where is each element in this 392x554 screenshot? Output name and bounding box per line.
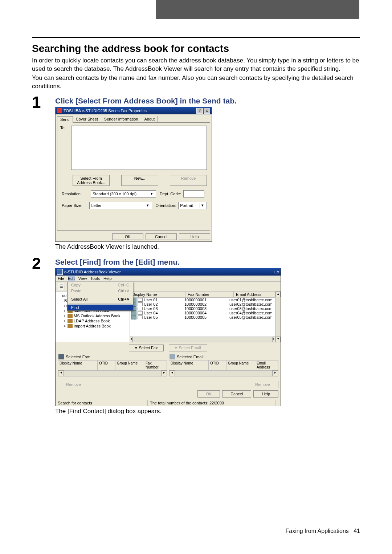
select-fax-button[interactable]: ▾ Select Fax [129,345,164,351]
cancel-button[interactable]: Cancel [222,390,251,398]
scroll-right-button[interactable]: ▸ [161,370,167,376]
contact-row[interactable]: User 011000000001user01@toshibatec.com [130,298,275,302]
remove-recipient-button[interactable]: Remove [170,175,207,186]
maximize-button[interactable]: □ [275,270,277,274]
status-left: Search for contacts [56,400,148,406]
close-titlebar-button[interactable]: x [204,108,210,114]
scroll-down-button[interactable]: ▾ [275,337,281,342]
page-heading: Searching the address book for contacts [32,43,360,54]
tree-outlook[interactable]: MS Outlook Address Book [74,314,120,318]
tab-sender-information[interactable]: Sender Information [101,116,142,122]
ok-button[interactable]: OK [112,233,143,240]
book-icon [68,324,73,328]
selected-fax-list[interactable]: Display Name OTID Group Name Fax Number … [58,360,167,376]
orientation-select[interactable]: Portrait ▾ [178,202,207,209]
tab-about[interactable]: About [141,116,158,122]
chevron-down-icon: ▾ [200,203,205,208]
menu-paste[interactable]: Paste Ctrl+V [68,288,133,294]
scroll-left-button[interactable]: ◂ [169,370,175,376]
app-icon [57,269,63,275]
contact-name: User 01 [144,298,158,302]
chevron-down-icon: ▾ [145,203,150,208]
selected-email-list[interactable]: Display Name OTID Group Name Email Addre… [169,360,278,376]
contact-name: User 03 [144,306,158,311]
help-button[interactable]: Help [253,390,278,398]
to-label: To: [60,126,71,130]
contact-fax: 1000000003 [182,306,228,311]
scroll-up-button[interactable]: ▴ [275,292,281,297]
menu-edit[interactable]: Edit [68,276,75,281]
fax-properties-dialog: TOSHIBA e-STUDIO205 Series Fax Propertie… [55,107,212,242]
close-button[interactable]: x [277,270,279,274]
horizontal-scrollbar[interactable] [132,337,273,342]
menu-view[interactable]: View [78,276,87,281]
remove-selected-email-button[interactable]: Remove [247,381,278,388]
ok-button[interactable]: OK [197,390,220,398]
menu-tools[interactable]: Tools [90,276,100,281]
envelope-icon [170,354,175,359]
selected-fax-label: Selected Fax: [66,355,90,359]
menu-file[interactable]: File [58,276,64,281]
tree-import[interactable]: Import Address Book [74,324,111,328]
contact-name: User 02 [144,302,158,306]
dialog-title: TOSHIBA e-STUDIO205 Series Fax Propertie… [64,109,147,113]
tree-ldap[interactable]: LDAP Address Book [74,319,110,323]
help-button[interactable]: Help [179,233,210,240]
column-email[interactable]: Email Address [234,292,275,297]
step-2-number: 2 [32,256,55,272]
app-icon [57,108,62,113]
addressbook-viewer-window: e-STUDIO AddressBook Viewer _ □ x File E… [55,268,281,406]
scroll-left-button[interactable]: ◂ [58,370,64,376]
dept-code-input[interactable] [183,190,204,197]
status-right: The total number of the contacts: 22/200… [148,400,275,406]
menu-copy[interactable]: Copy Ctrl+C [68,282,133,288]
contact-fax: 1000000002 [182,302,228,306]
menu-select-all[interactable]: Select All Ctrl+A [68,296,133,302]
horizontal-rule [32,37,360,38]
contact-row[interactable]: User 031000000003user03@toshibatec.com [130,306,275,311]
mail-icon [138,302,143,306]
resolution-select[interactable]: Standard (200 x 100 dpi) ▾ [91,190,156,197]
contact-email: user04@toshibatec.com [228,311,275,315]
recipients-listbox[interactable] [71,126,207,170]
edit-menu-dropdown: Copy Ctrl+C Paste Ctrl+V Select All Ctrl… [67,282,133,311]
column-fax-number[interactable]: Fax Number [185,292,234,297]
contacts-grid[interactable]: Display Name Fax Number Email Address Us… [130,292,275,342]
contact-row[interactable]: User 041000000004user04@toshibatec.com [130,311,275,315]
page-footer: Faxing from Applications 41 [286,528,360,534]
column-display-name[interactable]: Display Name [130,292,185,297]
select-email-button[interactable]: ▾ Select Email [169,345,207,351]
paper-size-select[interactable]: Letter ▾ [89,202,152,209]
orientation-label: Orientation: [156,203,176,208]
toolbar-new-icon[interactable]: ☰ [58,283,65,290]
vertical-scrollbar[interactable] [275,297,281,337]
step-1-title: Click [Select From Address Book] in the … [55,97,360,105]
remove-selected-fax-button[interactable]: Remove [58,381,89,388]
resize-grip-icon[interactable] [275,400,281,406]
mail-icon [138,298,143,302]
cancel-button[interactable]: Cancel [146,233,177,240]
new-recipient-button[interactable]: New... [121,175,158,186]
contact-fax: 1000000001 [182,298,228,302]
intro-paragraph-1: In order to quickly locate contacts you … [32,57,360,73]
scroll-right-button[interactable]: ▸ [273,337,275,342]
help-titlebar-button[interactable]: ? [196,108,203,114]
contact-email: user05@toshibatec.com [228,315,275,319]
contact-row[interactable]: User 051000000005user05@toshibatec.com [130,315,275,319]
tab-send[interactable]: Send [57,116,73,123]
orientation-value: Portrait [180,203,193,208]
horizontal-scrollbar[interactable] [64,370,161,376]
select-from-address-book-button[interactable]: Select From Address Book... [73,175,110,186]
contact-row[interactable]: User 021000000002user02@toshibatec.com [130,302,275,306]
contact-name: User 04 [144,311,158,315]
horizontal-scrollbar[interactable] [175,370,272,376]
scroll-left-button[interactable]: ◂ [130,337,132,342]
person-icon [131,311,136,315]
scroll-right-button[interactable]: ▸ [272,370,278,376]
menu-help[interactable]: Help [103,276,112,281]
contact-email: user03@toshibatec.com [228,306,275,311]
window-title: e-STUDIO AddressBook Viewer [64,270,121,274]
tab-cover-sheet[interactable]: Cover Sheet [73,116,101,122]
menu-find[interactable]: Find [68,305,133,310]
mail-icon [138,315,143,319]
